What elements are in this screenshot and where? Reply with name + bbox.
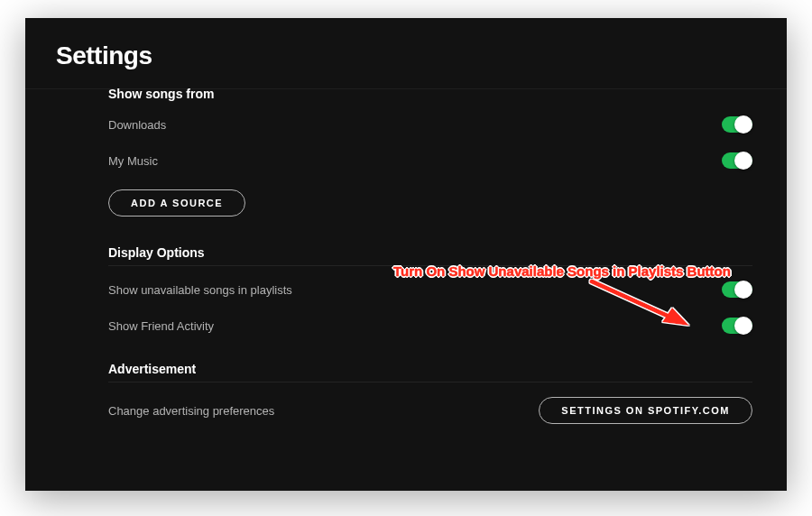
row-label: My Music xyxy=(108,154,158,168)
add-source-button[interactable]: Add a Source xyxy=(108,189,245,217)
row-change-preferences: Change advertising preferences Settings … xyxy=(108,388,752,424)
settings-content: Show songs from Downloads My Music Add a… xyxy=(56,87,756,424)
toggle-friend-activity[interactable] xyxy=(722,318,752,334)
row-label: Show unavailable songs in playlists xyxy=(108,283,292,297)
settings-on-spotify-button[interactable]: Settings on Spotify.com xyxy=(539,397,752,424)
row-friend-activity: Show Friend Activity xyxy=(108,308,752,344)
toggle-my-music[interactable] xyxy=(722,152,752,169)
section-header-advertisement: Advertisement xyxy=(108,362,752,376)
toggle-knob xyxy=(734,281,752,299)
row-my-music: My Music xyxy=(108,143,752,179)
divider xyxy=(25,88,787,89)
toggle-unavailable-songs[interactable] xyxy=(722,281,752,298)
page-title: Settings xyxy=(56,41,756,70)
toggle-knob xyxy=(734,152,752,170)
settings-window: Settings Show songs from Downloads My Mu… xyxy=(25,18,787,491)
toggle-knob xyxy=(734,115,752,134)
toggle-knob xyxy=(734,317,752,335)
row-downloads: Downloads xyxy=(108,106,752,143)
row-label: Downloads xyxy=(108,118,166,132)
divider xyxy=(108,265,752,266)
row-unavailable-songs: Show unavailable songs in playlists xyxy=(108,272,752,308)
row-label: Show Friend Activity xyxy=(108,319,214,333)
toggle-downloads[interactable] xyxy=(722,116,752,133)
divider xyxy=(108,382,752,382)
section-header-display-options: Display Options xyxy=(108,245,752,260)
row-label: Change advertising preferences xyxy=(108,404,274,418)
